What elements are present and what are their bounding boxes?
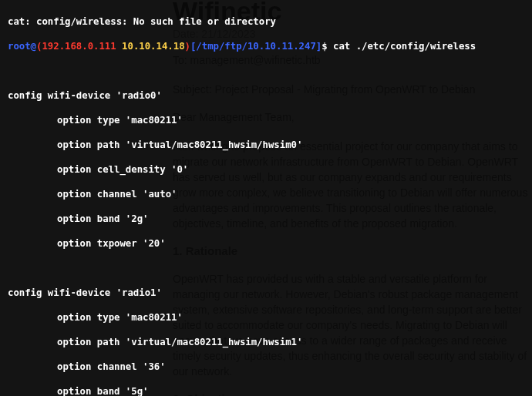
prompt-host-b: 10.10.14.18 [122,41,184,52]
cfg-dev1-head: config wifi-device 'radio1' [8,287,524,299]
terminal-prompt-line: root@(192.168.0.111 10.10.14.18)[/tmp/ft… [8,40,524,52]
prompt-close: ) [185,41,190,52]
cfg-dev1-opt: option channel '36' [57,361,166,373]
terminal-error-line: cat: config/wireless: No such file or di… [8,15,524,28]
prompt-user: root@ [8,41,36,52]
cfg-dev0-opt: option cell_density '0' [57,163,188,176]
cfg-dev0-opt: option band '2g' [57,213,148,225]
cfg-dev0-head: config wifi-device 'radio0' [8,89,524,102]
cfg-dev1-opt: option path 'virtual/mac80211_hwsim/hwsi… [57,336,302,348]
prompt-sep: $ [322,41,333,52]
terminal[interactable]: cat: config/wireless: No such file or di… [0,0,532,396]
cfg-dev0-opt: option type 'mac80211' [57,114,183,126]
prompt-host-a: (192.168.0.111 [36,41,122,52]
prompt-cmd: cat ./etc/config/wireless [333,41,476,52]
cfg-dev0-opt: option path 'virtual/mac80211_hwsim/hwsi… [57,139,302,151]
cfg-dev0-opt: option channel 'auto' [57,188,177,200]
cfg-dev1-opt: option band '5g' [57,385,148,396]
cfg-dev0-opt: option txpower '20' [57,237,166,250]
prompt-path: [/tmp/ftp/10.10.11.247] [190,41,322,52]
cfg-dev1-opt: option type 'mac80211' [57,311,183,324]
